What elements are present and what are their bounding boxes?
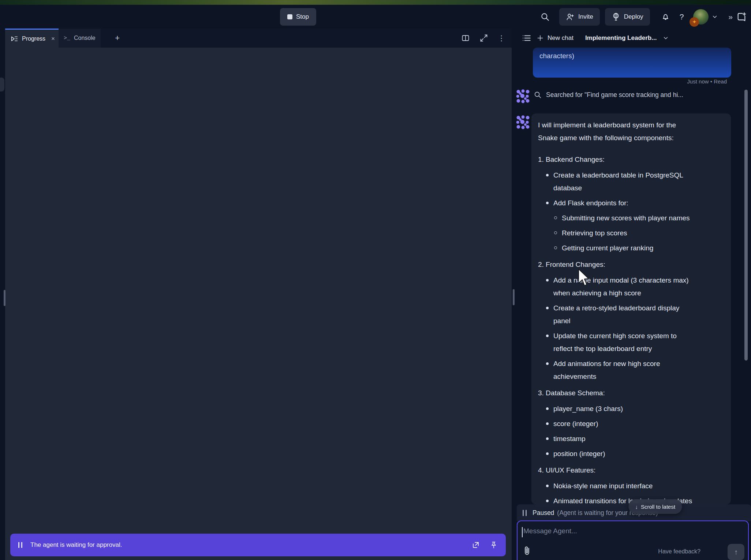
edge-collapsed-button[interactable] — [0, 78, 4, 92]
message-input[interactable]: Message Agent... Have feedback? ↑ — [517, 520, 749, 560]
scroll-to-latest-button[interactable]: ↓ Scroll to latest — [628, 499, 682, 514]
sparkle-glyph: ✦ — [692, 19, 697, 25]
bullet-item: Create a retro-styled leaderboard displa… — [546, 302, 724, 327]
tab-progress[interactable]: Progress × — [5, 29, 59, 48]
session-title[interactable]: Implementing Leaderb... — [585, 34, 657, 42]
user-message-bubble: characters) — [533, 48, 731, 78]
approval-banner-text: The agent is waiting for approval. — [30, 541, 122, 549]
avatar[interactable]: ✦ — [693, 9, 709, 25]
chevron-down-icon[interactable] — [711, 14, 718, 20]
invite-button[interactable]: Invite — [559, 8, 600, 26]
bullet-item: Nokia-style name input interface — [546, 479, 724, 492]
deploy-button[interactable]: Deploy — [605, 8, 650, 26]
bullet-dot-icon — [546, 407, 549, 410]
sub-bullet-item: Getting current player ranking — [546, 242, 724, 254]
bullet-dot-icon — [546, 307, 549, 309]
pin-icon[interactable] — [490, 541, 498, 549]
sub-bullet-circle-icon — [554, 246, 557, 249]
pane-header-icons: ⋮ — [461, 29, 512, 48]
expand-pane-icon[interactable] — [479, 34, 488, 42]
progress-icon — [10, 35, 18, 43]
chat-header: New chat Implementing Leaderb... — [517, 29, 751, 48]
bullet-dot-icon — [546, 437, 549, 440]
arrow-up-icon: ↑ — [734, 548, 738, 556]
bullet-text: Add a name input modal (3 characters max… — [553, 274, 695, 299]
pause-icon — [523, 510, 527, 516]
deploy-label: Deploy — [624, 13, 643, 20]
goto-source-icon[interactable] — [471, 541, 480, 549]
panel-resize-handle[interactable] — [513, 289, 515, 305]
bullet-dot-icon — [546, 335, 549, 337]
help-icon[interactable]: ? — [680, 12, 684, 21]
sub-bullet-circle-icon — [554, 231, 557, 234]
bullet-text: timestamp — [553, 432, 586, 445]
agent-chat-panel: New chat Implementing Leaderb... charact… — [517, 29, 751, 560]
bullet-item: player_name (3 chars) — [546, 402, 724, 415]
pause-icon — [18, 542, 22, 548]
message-section: 3. Database Schema: player_name (3 chars… — [538, 387, 724, 460]
bullet-item: Add Flask endpoints for: — [546, 197, 724, 209]
agent-search-action-row[interactable]: Searched for "Find game score tracking a… — [534, 91, 683, 99]
section-title: 2. Frontend Changes: — [538, 258, 685, 271]
bullet-item: score (integer) — [546, 417, 724, 430]
message-sections: 1. Backend Changes: Create a leaderboard… — [538, 153, 724, 504]
stop-button[interactable]: Stop — [280, 8, 316, 26]
sub-bullet-circle-icon — [554, 216, 557, 219]
bullet-text: Add animations for new high score achiev… — [553, 357, 695, 383]
bullet-text: Create a retro-styled leaderboard displa… — [553, 302, 695, 327]
sub-bullet-text: Retrieving top scores — [562, 227, 627, 239]
collapse-panel-icon[interactable]: » — [728, 12, 732, 21]
wallpaper-strip — [0, 0, 751, 5]
agent-message-card: I will implement a leaderboard system fo… — [531, 113, 731, 504]
chat-list-icon[interactable] — [522, 33, 531, 43]
invite-label: Invite — [578, 13, 593, 20]
notifications-bell-icon[interactable] — [661, 12, 670, 21]
text-caret — [522, 527, 523, 537]
scroll-to-latest-label: Scroll to latest — [641, 504, 675, 510]
new-chat-button[interactable]: New chat — [537, 34, 573, 42]
message-section: 4. UI/UX Features: Nokia-style name inpu… — [538, 464, 724, 504]
invite-person-icon — [566, 12, 575, 21]
bullet-text: Nokia-style name input interface — [553, 479, 653, 492]
bullet-dot-icon — [546, 452, 549, 455]
send-button[interactable]: ↑ — [728, 544, 744, 560]
section-title: 1. Backend Changes: — [538, 153, 685, 166]
new-thread-chat-icon[interactable] — [736, 12, 747, 22]
message-section: 1. Backend Changes: Create a leaderboard… — [538, 153, 724, 254]
bullet-dot-icon — [546, 485, 549, 487]
bullet-text: position (integer) — [553, 447, 605, 460]
deploy-icon — [612, 12, 620, 21]
bullet-text: player_name (3 chars) — [553, 402, 623, 415]
bullet-dot-icon — [546, 362, 549, 365]
bullet-dot-icon — [546, 202, 549, 204]
topbar: Stop Invite Deploy ? ✦ — [0, 5, 751, 29]
section-title: 3. Database Schema: — [538, 387, 685, 399]
left-resize-handle[interactable] — [4, 290, 5, 306]
user-message-text: characters) — [539, 52, 574, 60]
approval-banner: The agent is waiting for approval. — [10, 534, 506, 556]
sub-bullet-item: Submitting new scores with player names — [546, 212, 724, 224]
split-view-icon[interactable] — [461, 34, 470, 42]
bullet-item: Create a leaderboard table in PostgreSQL… — [546, 169, 724, 194]
sparkle-badge-icon: ✦ — [690, 17, 699, 27]
pane-menu-kebab-icon[interactable]: ⋮ — [498, 34, 505, 42]
bullet-item: timestamp — [546, 432, 724, 445]
message-section: 2. Frontend Changes: Add a name input mo… — [538, 258, 724, 383]
attach-paperclip-icon[interactable] — [523, 545, 532, 556]
add-tab-button[interactable]: + — [109, 29, 126, 48]
paused-status-strong: Paused — [533, 509, 554, 517]
session-chevron-down-icon[interactable] — [662, 35, 669, 41]
chat-scrollbar-thumb[interactable] — [744, 90, 748, 361]
stop-square-icon — [287, 14, 292, 19]
bullet-item: Add animations for new high score achiev… — [546, 357, 724, 383]
tab-console[interactable]: >_ Console — [59, 29, 101, 48]
search-action-icon — [534, 91, 542, 99]
search-icon[interactable] — [540, 12, 550, 22]
bullet-item: Update the current high score system to … — [546, 329, 724, 355]
close-tab-icon[interactable]: × — [51, 35, 55, 42]
bullet-dot-icon — [546, 422, 549, 425]
bullet-dot-icon — [546, 174, 549, 176]
bullet-text: Create a leaderboard table in PostgreSQL… — [553, 169, 695, 194]
section-title: 4. UI/UX Features: — [538, 464, 685, 477]
have-feedback-link[interactable]: Have feedback? — [658, 548, 700, 555]
